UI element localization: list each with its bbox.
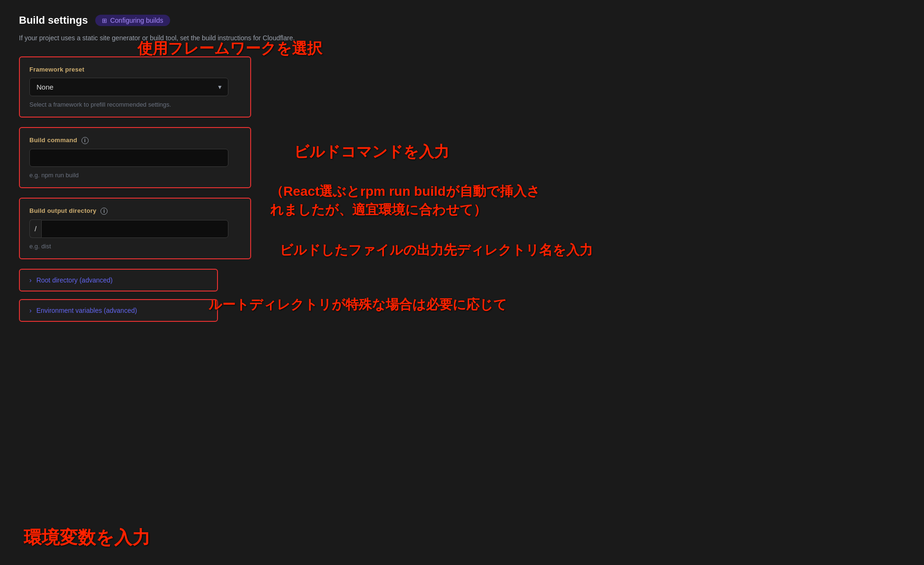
build-command-info-icon[interactable]: i: [82, 137, 89, 144]
build-command-hint: e.g. npm run build: [29, 172, 241, 179]
root-directory-section: › Root directory (advanced): [19, 269, 218, 292]
output-dir-hint: e.g. dist: [29, 243, 241, 250]
root-directory-toggle[interactable]: › Root directory (advanced): [20, 270, 217, 291]
configuring-builds-badge[interactable]: ⊞ Configuring builds: [95, 15, 170, 26]
framework-label: Framework preset: [29, 66, 241, 73]
framework-hint: Select a framework to prefill recommende…: [29, 101, 241, 108]
build-output-label: Build output directory i: [29, 207, 241, 215]
build-command-section: Build command i e.g. npm run build: [19, 127, 251, 188]
root-directory-label: Root directory (advanced): [36, 276, 113, 284]
page-title: Build settings: [19, 14, 88, 27]
output-dir-input[interactable]: [41, 220, 228, 238]
output-dir-prefix: /: [29, 219, 41, 238]
build-command-label: Build command i: [29, 137, 241, 144]
env-variables-section: › Environment variables (advanced): [19, 299, 218, 322]
chevron-right-icon-2: ›: [29, 307, 32, 314]
output-dir-input-group: /: [29, 219, 228, 238]
framework-select[interactable]: None React Vue Angular Next.js Gatsby Hu…: [29, 78, 228, 96]
env-variables-label: Environment variables (advanced): [36, 307, 137, 314]
header-row: Build settings ⊞ Configuring builds: [19, 14, 408, 27]
framework-select-wrapper: None React Vue Angular Next.js Gatsby Hu…: [29, 78, 228, 96]
env-variables-toggle[interactable]: › Environment variables (advanced): [20, 300, 217, 321]
page-description: If your project uses a static site gener…: [19, 33, 408, 43]
framework-preset-section: Framework preset None React Vue Angular …: [19, 56, 251, 118]
annotation-env: 環境変数を入力: [24, 526, 150, 549]
build-command-input[interactable]: [29, 149, 228, 167]
build-output-info-icon[interactable]: i: [100, 208, 108, 215]
build-output-section: Build output directory i / e.g. dist: [19, 198, 251, 259]
chevron-right-icon: ›: [29, 276, 32, 284]
badge-icon: ⊞: [102, 17, 107, 24]
badge-label: Configuring builds: [110, 17, 163, 24]
